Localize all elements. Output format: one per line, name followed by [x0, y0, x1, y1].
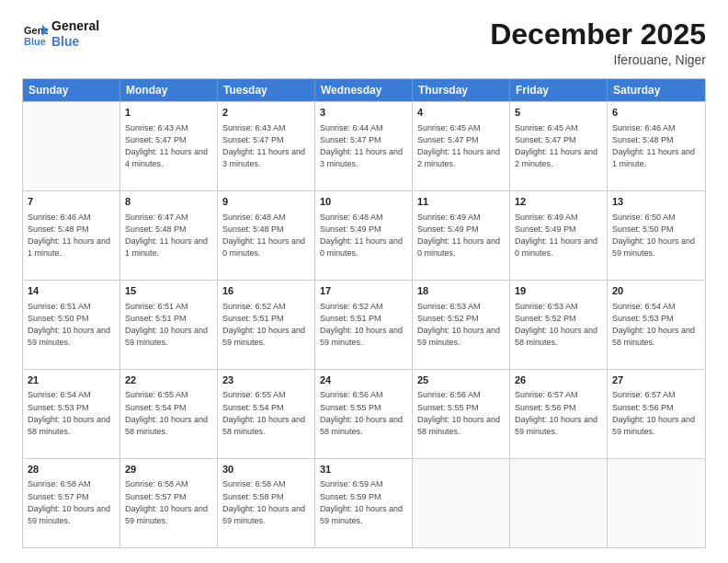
day-header-thursday: Thursday [413, 79, 510, 101]
day-number: 12 [515, 195, 602, 209]
day-number: 16 [222, 284, 310, 298]
day-number: 26 [515, 373, 602, 387]
day-info: Sunrise: 6:59 AMSunset: 5:59 PMDaylight:… [320, 478, 407, 526]
calendar-week-5: 28Sunrise: 6:58 AMSunset: 5:57 PMDayligh… [23, 458, 705, 547]
day-info: Sunrise: 6:43 AMSunset: 5:47 PMDaylight:… [222, 122, 310, 170]
calendar-cell: 18Sunrise: 6:53 AMSunset: 5:52 PMDayligh… [413, 281, 510, 369]
month-title: December 2025 [490, 18, 706, 51]
day-number: 11 [417, 195, 505, 209]
logo: General Blue General Blue [22, 18, 99, 50]
day-info: Sunrise: 6:53 AMSunset: 5:52 PMDaylight:… [515, 301, 602, 349]
calendar-cell: 22Sunrise: 6:55 AMSunset: 5:54 PMDayligh… [120, 370, 218, 458]
calendar-cell: 13Sunrise: 6:50 AMSunset: 5:50 PMDayligh… [608, 191, 705, 280]
logo-line1: General [51, 18, 99, 34]
calendar-body: 1Sunrise: 6:43 AMSunset: 5:47 PMDaylight… [23, 101, 705, 547]
day-number: 2 [222, 106, 310, 120]
day-info: Sunrise: 6:51 AMSunset: 5:51 PMDaylight:… [125, 301, 212, 349]
day-number: 21 [28, 373, 115, 387]
calendar-cell [413, 459, 510, 547]
calendar-cell: 31Sunrise: 6:59 AMSunset: 5:59 PMDayligh… [315, 459, 413, 547]
calendar-cell: 27Sunrise: 6:57 AMSunset: 5:56 PMDayligh… [608, 370, 705, 458]
day-number: 13 [612, 195, 700, 209]
day-info: Sunrise: 6:52 AMSunset: 5:51 PMDaylight:… [320, 301, 407, 349]
page: General Blue General Blue December 2025 … [0, 0, 728, 563]
day-header-friday: Friday [510, 79, 608, 101]
day-info: Sunrise: 6:58 AMSunset: 5:57 PMDaylight:… [28, 478, 115, 526]
day-info: Sunrise: 6:57 AMSunset: 5:56 PMDaylight:… [515, 389, 602, 437]
day-number: 6 [612, 106, 700, 120]
day-info: Sunrise: 6:48 AMSunset: 5:49 PMDaylight:… [320, 212, 407, 259]
day-info: Sunrise: 6:55 AMSunset: 5:54 PMDaylight:… [222, 389, 310, 437]
day-info: Sunrise: 6:56 AMSunset: 5:55 PMDaylight:… [417, 389, 505, 437]
day-info: Sunrise: 6:52 AMSunset: 5:51 PMDaylight:… [222, 301, 310, 349]
svg-text:Blue: Blue [24, 36, 46, 47]
day-number: 28 [28, 463, 115, 477]
calendar-cell: 14Sunrise: 6:51 AMSunset: 5:50 PMDayligh… [23, 281, 120, 369]
day-number: 19 [515, 284, 602, 298]
day-info: Sunrise: 6:49 AMSunset: 5:49 PMDaylight:… [515, 212, 602, 259]
calendar-cell: 26Sunrise: 6:57 AMSunset: 5:56 PMDayligh… [510, 370, 608, 458]
calendar-cell: 7Sunrise: 6:46 AMSunset: 5:48 PMDaylight… [23, 191, 120, 280]
header: General Blue General Blue December 2025 … [22, 18, 706, 67]
day-info: Sunrise: 6:54 AMSunset: 5:53 PMDaylight:… [612, 301, 700, 349]
day-number: 25 [417, 373, 505, 387]
day-number: 18 [417, 284, 505, 298]
day-number: 7 [28, 195, 115, 209]
day-info: Sunrise: 6:48 AMSunset: 5:48 PMDaylight:… [222, 212, 310, 259]
calendar-cell: 8Sunrise: 6:47 AMSunset: 5:48 PMDaylight… [120, 191, 218, 280]
calendar-cell: 3Sunrise: 6:44 AMSunset: 5:47 PMDaylight… [315, 102, 413, 190]
day-number: 3 [320, 106, 407, 120]
calendar-cell: 11Sunrise: 6:49 AMSunset: 5:49 PMDayligh… [413, 191, 510, 280]
calendar-cell: 16Sunrise: 6:52 AMSunset: 5:51 PMDayligh… [218, 281, 315, 369]
calendar-cell: 21Sunrise: 6:54 AMSunset: 5:53 PMDayligh… [23, 370, 120, 458]
calendar-week-1: 1Sunrise: 6:43 AMSunset: 5:47 PMDaylight… [23, 101, 705, 190]
calendar-cell [608, 459, 705, 547]
day-number: 14 [28, 284, 115, 298]
calendar-cell: 1Sunrise: 6:43 AMSunset: 5:47 PMDaylight… [120, 102, 218, 190]
day-number: 1 [125, 106, 212, 120]
location: Iferouane, Niger [490, 52, 706, 67]
calendar-cell: 25Sunrise: 6:56 AMSunset: 5:55 PMDayligh… [413, 370, 510, 458]
calendar-header: SundayMondayTuesdayWednesdayThursdayFrid… [23, 79, 705, 101]
day-info: Sunrise: 6:54 AMSunset: 5:53 PMDaylight:… [28, 389, 115, 437]
calendar-cell: 29Sunrise: 6:58 AMSunset: 5:57 PMDayligh… [120, 459, 218, 547]
calendar-cell: 6Sunrise: 6:46 AMSunset: 5:48 PMDaylight… [608, 102, 705, 190]
day-number: 29 [125, 463, 212, 477]
calendar-cell: 28Sunrise: 6:58 AMSunset: 5:57 PMDayligh… [23, 459, 120, 547]
day-info: Sunrise: 6:57 AMSunset: 5:56 PMDaylight:… [612, 389, 700, 437]
calendar-cell [510, 459, 608, 547]
day-number: 24 [320, 373, 407, 387]
day-info: Sunrise: 6:55 AMSunset: 5:54 PMDaylight:… [125, 389, 212, 437]
calendar-cell: 20Sunrise: 6:54 AMSunset: 5:53 PMDayligh… [608, 281, 705, 369]
calendar-cell: 10Sunrise: 6:48 AMSunset: 5:49 PMDayligh… [315, 191, 413, 280]
calendar-cell: 24Sunrise: 6:56 AMSunset: 5:55 PMDayligh… [315, 370, 413, 458]
calendar-cell: 5Sunrise: 6:45 AMSunset: 5:47 PMDaylight… [510, 102, 608, 190]
calendar: SundayMondayTuesdayWednesdayThursdayFrid… [22, 78, 706, 548]
day-info: Sunrise: 6:51 AMSunset: 5:50 PMDaylight:… [28, 301, 115, 349]
day-number: 30 [222, 463, 310, 477]
day-number: 17 [320, 284, 407, 298]
day-info: Sunrise: 6:43 AMSunset: 5:47 PMDaylight:… [125, 122, 212, 170]
day-number: 31 [320, 463, 407, 477]
day-info: Sunrise: 6:58 AMSunset: 5:57 PMDaylight:… [125, 478, 212, 526]
day-info: Sunrise: 6:49 AMSunset: 5:49 PMDaylight:… [417, 212, 505, 259]
day-info: Sunrise: 6:53 AMSunset: 5:52 PMDaylight:… [417, 301, 505, 349]
day-number: 8 [125, 195, 212, 209]
day-number: 20 [612, 284, 700, 298]
day-number: 5 [515, 106, 602, 120]
day-info: Sunrise: 6:45 AMSunset: 5:47 PMDaylight:… [515, 122, 602, 170]
calendar-cell [23, 102, 120, 190]
day-info: Sunrise: 6:56 AMSunset: 5:55 PMDaylight:… [320, 389, 407, 437]
day-info: Sunrise: 6:58 AMSunset: 5:58 PMDaylight:… [222, 478, 310, 526]
day-number: 10 [320, 195, 407, 209]
calendar-cell: 17Sunrise: 6:52 AMSunset: 5:51 PMDayligh… [315, 281, 413, 369]
day-number: 22 [125, 373, 212, 387]
day-number: 9 [222, 195, 310, 209]
day-number: 27 [612, 373, 700, 387]
calendar-week-2: 7Sunrise: 6:46 AMSunset: 5:48 PMDaylight… [23, 190, 705, 280]
calendar-week-4: 21Sunrise: 6:54 AMSunset: 5:53 PMDayligh… [23, 369, 705, 458]
calendar-cell: 15Sunrise: 6:51 AMSunset: 5:51 PMDayligh… [120, 281, 218, 369]
day-info: Sunrise: 6:47 AMSunset: 5:48 PMDaylight:… [125, 212, 212, 259]
day-number: 4 [417, 106, 505, 120]
calendar-cell: 4Sunrise: 6:45 AMSunset: 5:47 PMDaylight… [413, 102, 510, 190]
